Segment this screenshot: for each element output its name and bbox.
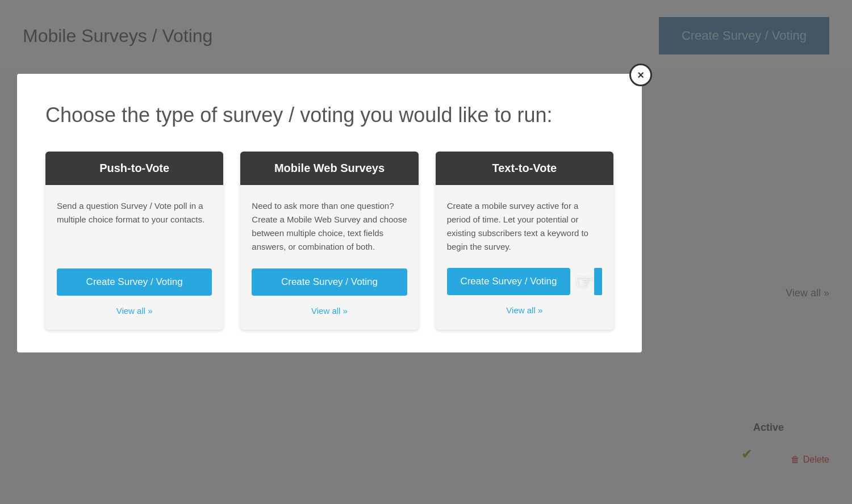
mobile-web-surveys-view-all[interactable]: View all » bbox=[252, 306, 407, 316]
push-to-vote-description: Send a question Survey / Vote poll in a … bbox=[57, 199, 212, 254]
push-to-vote-create-button[interactable]: Create Survey / Voting bbox=[57, 268, 212, 296]
mobile-web-surveys-card: Mobile Web Surveys Need to ask more than… bbox=[240, 152, 418, 330]
mobile-web-surveys-description: Need to ask more than one question? Crea… bbox=[252, 199, 407, 254]
text-to-vote-card-body: Create a mobile survey active for a peri… bbox=[436, 185, 613, 330]
push-to-vote-card: Push-to-Vote Send a question Survey / Vo… bbox=[45, 152, 223, 330]
text-to-vote-card: Text-to-Vote Create a mobile survey acti… bbox=[436, 152, 613, 330]
cards-container: Push-to-Vote Send a question Survey / Vo… bbox=[45, 152, 613, 330]
text-to-vote-description: Create a mobile survey active for a peri… bbox=[447, 199, 602, 254]
modal-overlay: × Choose the type of survey / voting you… bbox=[0, 0, 852, 504]
survey-type-modal: × Choose the type of survey / voting you… bbox=[17, 74, 642, 352]
push-to-vote-title: Push-to-Vote bbox=[99, 162, 169, 174]
modal-close-button[interactable]: × bbox=[629, 64, 652, 86]
text-to-vote-title: Text-to-Vote bbox=[492, 162, 557, 174]
text-to-vote-card-header: Text-to-Vote bbox=[436, 152, 613, 185]
close-icon: × bbox=[637, 69, 644, 82]
push-to-vote-view-all[interactable]: View all » bbox=[57, 306, 212, 316]
text-to-vote-create-button[interactable]: Create Survey / Voting bbox=[447, 268, 571, 295]
mobile-web-surveys-create-button[interactable]: Create Survey / Voting bbox=[252, 268, 407, 296]
cursor-hand-icon: ☞ bbox=[575, 270, 593, 293]
push-to-vote-card-body: Send a question Survey / Vote poll in a … bbox=[45, 185, 223, 330]
modal-heading: Choose the type of survey / voting you w… bbox=[45, 102, 613, 129]
mobile-web-surveys-title: Mobile Web Surveys bbox=[274, 162, 385, 174]
push-to-vote-card-header: Push-to-Vote bbox=[45, 152, 223, 185]
mobile-web-surveys-card-header: Mobile Web Surveys bbox=[240, 152, 418, 185]
mobile-web-surveys-card-body: Need to ask more than one question? Crea… bbox=[240, 185, 418, 330]
text-to-vote-view-all[interactable]: View all » bbox=[506, 305, 542, 315]
cursor-indicator bbox=[594, 268, 602, 295]
